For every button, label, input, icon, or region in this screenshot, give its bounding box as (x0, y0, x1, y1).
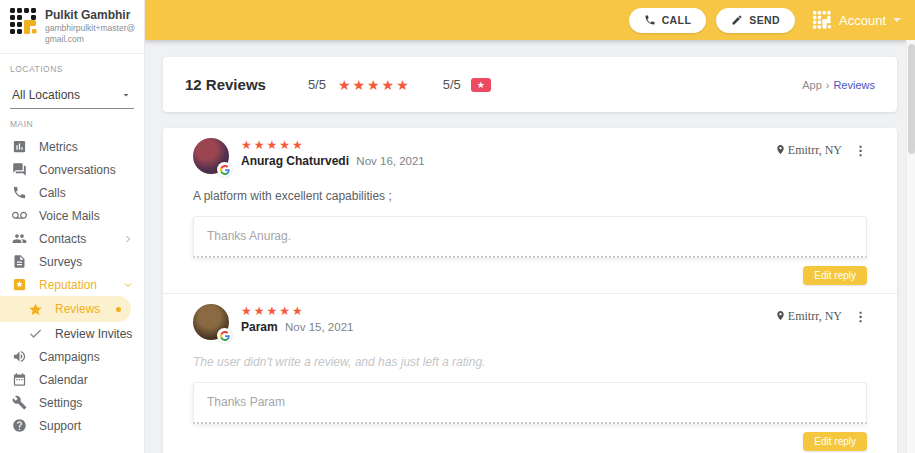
sidebar-item-contacts[interactable]: Contacts (0, 227, 144, 250)
platform-badge-icon: ★ (471, 78, 491, 92)
call-button[interactable]: CALL (629, 8, 707, 33)
rating-value: 5/5 (308, 77, 326, 92)
profile-email: gambhirpulkit+master@gmail.com (45, 23, 136, 45)
calendar-icon (12, 372, 27, 387)
sidebar-item-calendar[interactable]: Calendar (0, 368, 144, 391)
call-button-label: CALL (662, 14, 692, 26)
active-dot (116, 307, 121, 312)
scrollbar-track[interactable] (906, 40, 915, 453)
profile-name: Pulkit Gambhir (45, 8, 136, 23)
sidebar-item-surveys[interactable]: Surveys (0, 250, 144, 273)
review-date: Nov 16, 2021 (356, 155, 424, 167)
sidebar-item-label: Calendar (39, 373, 134, 387)
review-item: ★★★★★ Anurag Chaturvedi Nov 16, 2021 Emi… (163, 128, 897, 293)
scrollbar-thumb[interactable] (908, 44, 915, 154)
account-label: Account (839, 13, 886, 28)
contacts-icon (12, 231, 27, 246)
edit-reply-button[interactable]: Edit reply (803, 266, 867, 285)
star-icon (28, 302, 43, 317)
sidebar-item-label: Reputation (39, 278, 110, 292)
sidebar: Pulkit Gambhir gambhirpulkit+master@gmai… (0, 0, 145, 453)
location-pin-icon (775, 307, 786, 325)
sidebar-item-label: Calls (39, 186, 134, 200)
sidebar-item-review-invites[interactable]: Review Invites (0, 322, 144, 345)
campaigns-icon (12, 349, 27, 364)
google-icon (217, 328, 232, 343)
breadcrumb-separator: › (826, 79, 830, 91)
send-button[interactable]: SEND (716, 8, 795, 33)
review-star-rating: ★★★★★ (241, 139, 425, 152)
review-location: Emitrr, NY (788, 309, 842, 324)
sidebar-item-label: Support (39, 419, 134, 433)
sidebar-nav: Metrics Conversations Calls Voice Mails … (0, 135, 144, 437)
profile-block[interactable]: Pulkit Gambhir gambhirpulkit+master@gmai… (0, 0, 144, 49)
reviews-list-card: ★★★★★ Anurag Chaturvedi Nov 16, 2021 Emi… (163, 128, 897, 453)
review-star-rating: ★★★★★ (241, 305, 353, 318)
review-no-text-note: The user didn't write a review, and has … (193, 355, 867, 369)
sidebar-item-voice-mails[interactable]: Voice Mails (0, 204, 144, 227)
voicemail-icon (12, 208, 27, 223)
review-text: A platform with excellent capabilities ; (193, 189, 867, 203)
emitrr-logo-white-icon (813, 11, 832, 30)
account-caret-icon (893, 18, 901, 22)
support-icon (12, 418, 27, 433)
sidebar-item-label: Conversations (39, 163, 134, 177)
sidebar-item-support[interactable]: Support (0, 414, 144, 437)
badge-star: ★ (477, 80, 485, 90)
avatar (193, 138, 229, 174)
pencil-icon (731, 14, 743, 26)
platform-rating-value: 5/5 (443, 77, 461, 92)
sidebar-item-conversations[interactable]: Conversations (0, 158, 144, 181)
section-label-main: MAIN (0, 109, 144, 133)
reputation-icon (12, 277, 27, 292)
breadcrumb-current[interactable]: Reviews (833, 79, 875, 91)
star-rating: ★★★★★ (338, 77, 411, 93)
reply-input[interactable]: Thanks Param (193, 382, 867, 424)
sidebar-item-label: Metrics (39, 140, 134, 154)
sidebar-item-label: Review Invites (55, 327, 134, 341)
sidebar-item-campaigns[interactable]: Campaigns (0, 345, 144, 368)
phone-icon (644, 14, 656, 26)
reviews-count: 12 Reviews (185, 76, 266, 93)
sidebar-item-metrics[interactable]: Metrics (0, 135, 144, 158)
section-label-account: ACCOUNT (0, 443, 144, 453)
emitrr-logo-icon (10, 8, 38, 36)
breadcrumb-parent[interactable]: App (802, 79, 822, 91)
sidebar-item-calls[interactable]: Calls (0, 181, 144, 204)
reviewer-name: Anurag Chaturvedi (241, 154, 349, 168)
reviewer-name: Param (241, 320, 278, 334)
main-area: CALL SEND (145, 0, 915, 453)
location-selector[interactable]: All Locations (10, 84, 134, 109)
account-menu[interactable]: Account (813, 11, 901, 30)
check-icon (28, 326, 43, 341)
reply-input[interactable]: Thanks Anurag. (193, 216, 867, 258)
reviews-summary-card: 12 Reviews 5/5 ★★★★★ 5/5 ★ App›Reviews (163, 57, 897, 112)
google-icon (217, 162, 232, 177)
review-location: Emitrr, NY (788, 143, 842, 158)
more-options-icon[interactable]: ⋮ (854, 144, 867, 157)
chevron-right-icon (122, 233, 134, 245)
sidebar-item-reputation[interactable]: Reputation (0, 273, 144, 296)
surveys-icon (12, 254, 27, 269)
sidebar-item-reviews[interactable]: Reviews (0, 296, 131, 322)
review-item: ★★★★★ Param Nov 15, 2021 Emitrr, NY ⋮ (163, 293, 897, 453)
sidebar-item-label: Voice Mails (39, 209, 134, 223)
sidebar-item-label: Reviews (55, 302, 104, 316)
review-date: Nov 15, 2021 (285, 321, 353, 333)
conversations-icon (12, 162, 27, 177)
phone-icon (12, 185, 27, 200)
content-area: 12 Reviews 5/5 ★★★★★ 5/5 ★ App›Reviews (145, 40, 915, 453)
sidebar-item-label: Contacts (39, 232, 110, 246)
breadcrumb: App›Reviews (802, 79, 875, 91)
section-label-locations: LOCATIONS (0, 54, 144, 78)
sidebar-item-label: Campaigns (39, 350, 134, 364)
topbar: CALL SEND (145, 0, 915, 40)
settings-icon (12, 395, 27, 410)
more-options-icon[interactable]: ⋮ (854, 310, 867, 323)
sidebar-item-label: Settings (39, 396, 134, 410)
app-root: Pulkit Gambhir gambhirpulkit+master@gmai… (0, 0, 915, 453)
dropdown-caret-icon (120, 89, 132, 101)
sidebar-item-settings[interactable]: Settings (0, 391, 144, 414)
location-selector-value: All Locations (12, 88, 80, 102)
edit-reply-button[interactable]: Edit reply (803, 432, 867, 451)
